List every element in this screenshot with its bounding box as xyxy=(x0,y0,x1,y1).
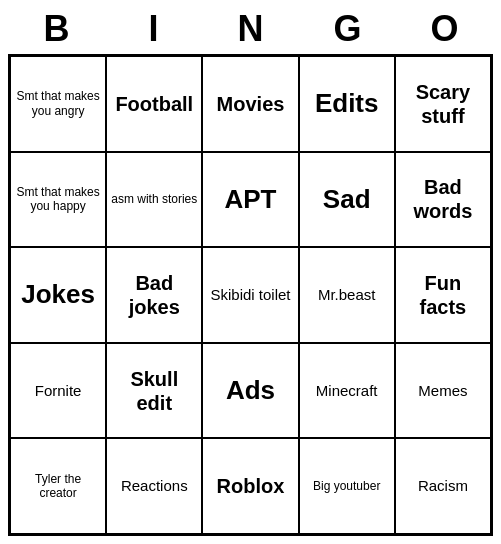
letter-i: I xyxy=(110,8,198,50)
bingo-cell: Smt that makes you angry xyxy=(10,56,106,152)
bingo-cell: Football xyxy=(106,56,202,152)
bingo-cell: APT xyxy=(202,152,298,248)
letter-g: G xyxy=(304,8,392,50)
bingo-cell: Skull edit xyxy=(106,343,202,439)
letter-n: N xyxy=(207,8,295,50)
bingo-cell: Movies xyxy=(202,56,298,152)
bingo-header: B I N G O xyxy=(8,8,493,50)
bingo-cell: Bad jokes xyxy=(106,247,202,343)
bingo-grid: Smt that makes you angryFootballMoviesEd… xyxy=(8,54,493,536)
bingo-cell: Ads xyxy=(202,343,298,439)
bingo-cell: Sad xyxy=(299,152,395,248)
letter-b: B xyxy=(13,8,101,50)
bingo-cell: Fun facts xyxy=(395,247,491,343)
bingo-cell: Fornite xyxy=(10,343,106,439)
bingo-cell: Skibidi toilet xyxy=(202,247,298,343)
bingo-cell: Memes xyxy=(395,343,491,439)
bingo-cell: Scary stuff xyxy=(395,56,491,152)
bingo-cell: Tyler the creator xyxy=(10,438,106,534)
bingo-cell: Minecraft xyxy=(299,343,395,439)
bingo-cell: Smt that makes you happy xyxy=(10,152,106,248)
bingo-cell: Big youtuber xyxy=(299,438,395,534)
bingo-cell: Bad words xyxy=(395,152,491,248)
bingo-cell: Jokes xyxy=(10,247,106,343)
bingo-cell: Racism xyxy=(395,438,491,534)
bingo-cell: asm with stories xyxy=(106,152,202,248)
bingo-cell: Edits xyxy=(299,56,395,152)
bingo-cell: Roblox xyxy=(202,438,298,534)
bingo-cell: Mr.beast xyxy=(299,247,395,343)
bingo-cell: Reactions xyxy=(106,438,202,534)
letter-o: O xyxy=(401,8,489,50)
